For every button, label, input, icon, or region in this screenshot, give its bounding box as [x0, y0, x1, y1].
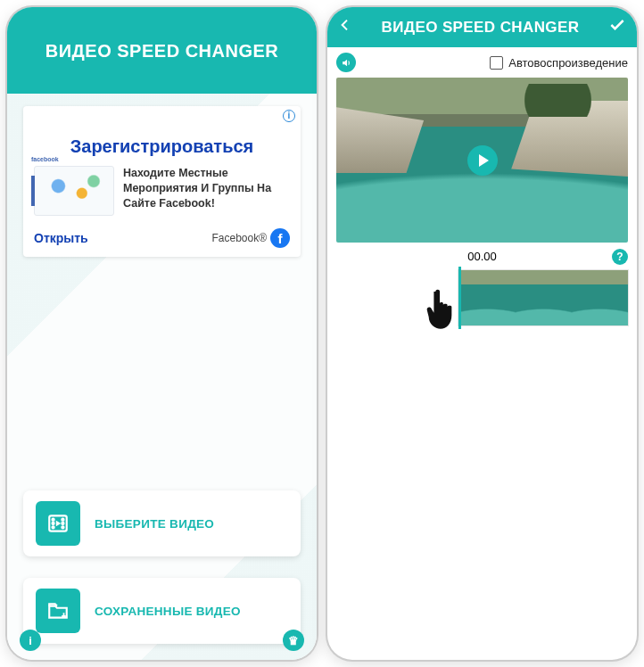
- svg-point-4: [62, 519, 63, 521]
- editor-top-row: Автовоспроизведение: [327, 47, 637, 74]
- tutorial-hand-icon: [424, 286, 458, 331]
- ad-brand: Facebook® f: [211, 228, 290, 248]
- screen-home: ВИДЕО SPEED CHANGER i Зарегистрироваться…: [7, 7, 317, 660]
- svg-point-6: [62, 526, 63, 528]
- timeline-strip[interactable]: [458, 270, 628, 325]
- ad-title: Зарегистрироваться: [34, 136, 290, 157]
- svg-point-5: [62, 523, 63, 524]
- facebook-icon: f: [270, 228, 290, 248]
- confirm-button[interactable]: [608, 16, 626, 38]
- premium-button[interactable]: ♛: [283, 630, 304, 651]
- home-body: i Зарегистрироваться facebook Находите М…: [7, 94, 317, 660]
- folder-icon: [36, 589, 80, 633]
- checkbox-icon: [490, 56, 503, 70]
- svg-point-2: [53, 523, 54, 524]
- screen-editor: ВИДЕО SPEED CHANGER Автовоспроизведение …: [327, 7, 637, 660]
- app-title: ВИДЕО SPEED CHANGER: [7, 7, 317, 94]
- select-video-label: ВЫБЕРИТЕ ВИДЕО: [95, 517, 214, 531]
- timeline[interactable]: [336, 270, 628, 336]
- film-icon: [36, 501, 80, 546]
- time-label: 00.00: [467, 250, 497, 263]
- saved-videos-label: СОХРАНЕННЫЕ ВИДЕО: [95, 605, 241, 618]
- info-button[interactable]: i: [20, 630, 41, 651]
- ad-fb-tag: facebook: [31, 156, 59, 162]
- ad-brand-label: Facebook®: [211, 232, 267, 244]
- timeline-cursor[interactable]: [458, 267, 461, 329]
- play-button[interactable]: [467, 145, 498, 176]
- video-preview[interactable]: [336, 78, 628, 243]
- editor-header: ВИДЕО SPEED CHANGER: [327, 7, 637, 47]
- time-row: 00.00 ?: [336, 250, 628, 263]
- autoplay-label: Автовоспроизведение: [508, 56, 628, 70]
- svg-point-3: [53, 526, 54, 528]
- ad-open-button[interactable]: Открыть: [34, 231, 88, 245]
- autoplay-checkbox[interactable]: Автовоспроизведение: [490, 56, 628, 70]
- editor-title: ВИДЕО SPEED CHANGER: [361, 19, 599, 37]
- ad-description: Находите Местные Мероприятия И Группы На…: [123, 166, 290, 211]
- ad-info-icon[interactable]: i: [283, 110, 295, 122]
- saved-videos-button[interactable]: СОХРАНЕННЫЕ ВИДЕО: [23, 578, 301, 644]
- sound-button[interactable]: [336, 53, 356, 72]
- ad-card[interactable]: i Зарегистрироваться facebook Находите М…: [23, 106, 301, 257]
- help-button[interactable]: ?: [612, 249, 628, 265]
- back-button[interactable]: [338, 18, 352, 37]
- select-video-button[interactable]: ВЫБЕРИТЕ ВИДЕО: [23, 490, 301, 556]
- ad-thumbnail: facebook: [34, 166, 114, 216]
- svg-point-1: [53, 519, 54, 521]
